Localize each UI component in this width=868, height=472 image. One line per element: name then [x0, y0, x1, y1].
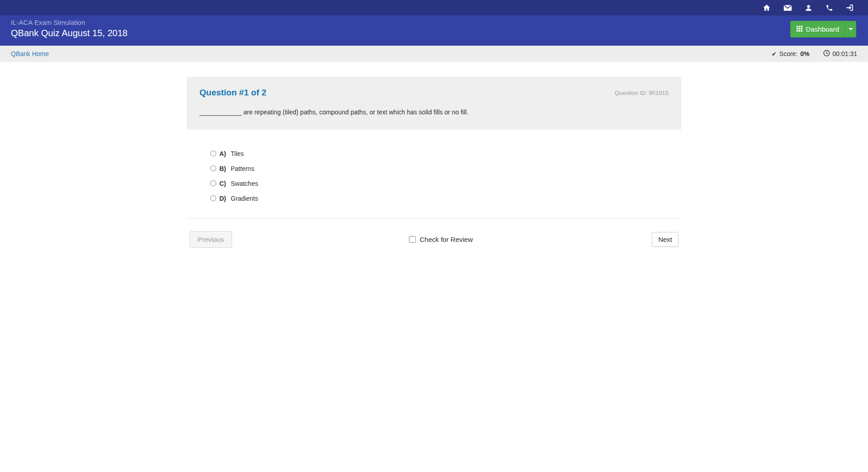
page-title: QBank Quiz August 15, 2018	[11, 27, 128, 39]
check-icon: ✔	[772, 51, 777, 57]
top-utility-bar	[0, 0, 868, 15]
dashboard-button-label: Dashboard	[806, 25, 839, 33]
option-b-label: Patterns	[231, 165, 254, 172]
timer-value: 00:01:31	[833, 50, 858, 57]
score-label: Score:	[779, 50, 797, 57]
navigation-footer: Previous Check for Review Next	[187, 231, 681, 248]
question-text: ____________ are repeating (tiled) paths…	[199, 108, 669, 116]
check-for-review[interactable]: Check for Review	[409, 236, 473, 243]
option-c-letter: C)	[219, 180, 228, 187]
next-button[interactable]: Next	[652, 232, 678, 247]
exam-subtitle: IL-ACA Exam Simulation	[11, 18, 128, 27]
phone-icon[interactable]	[822, 0, 836, 15]
option-a-letter: A)	[219, 150, 228, 157]
option-c-label: Swatches	[231, 180, 258, 187]
option-d-letter: D)	[219, 195, 228, 202]
logout-icon[interactable]	[843, 0, 857, 15]
option-a-label: Tiles	[231, 150, 244, 157]
question-heading: Question #1 of 2	[199, 88, 266, 98]
option-row-c: C) Swatches	[210, 176, 681, 191]
option-b-radio[interactable]	[210, 165, 216, 171]
grid-icon	[797, 25, 802, 33]
home-icon[interactable]	[759, 0, 774, 15]
question-panel: Question #1 of 2 Question ID: 901915 ___…	[187, 77, 681, 130]
clock-icon	[823, 50, 830, 58]
option-d-label: Gradients	[231, 195, 258, 202]
answer-options: A) Tiles B) Patterns C) Swatches D) Grad…	[210, 146, 681, 206]
review-checkbox[interactable]	[409, 236, 416, 243]
dashboard-dropdown-toggle[interactable]	[845, 21, 856, 38]
user-icon[interactable]	[801, 0, 816, 15]
question-id: Question ID: 901915	[615, 90, 669, 96]
score-display: ✔ Score: 0%	[772, 50, 810, 57]
review-label: Check for Review	[420, 236, 473, 243]
dashboard-button[interactable]: Dashboard	[790, 21, 845, 38]
previous-button[interactable]: Previous	[190, 231, 232, 248]
quiz-container: Question #1 of 2 Question ID: 901915 ___…	[187, 77, 681, 248]
option-d-radio[interactable]	[210, 195, 216, 201]
footer-divider	[187, 218, 681, 219]
score-value: 0%	[800, 50, 809, 57]
option-row-b: B) Patterns	[210, 161, 681, 176]
dashboard-button-group: Dashboard	[790, 21, 856, 38]
mail-icon[interactable]	[780, 0, 795, 15]
option-a-radio[interactable]	[210, 151, 216, 156]
status-bar: QBank Home ✔ Score: 0% 00:01:31	[0, 46, 868, 62]
timer-display: 00:01:31	[823, 50, 858, 58]
chevron-down-icon	[849, 28, 853, 30]
option-c-radio[interactable]	[210, 180, 216, 186]
option-b-letter: B)	[219, 165, 228, 172]
option-row-a: A) Tiles	[210, 146, 681, 161]
qbank-home-link[interactable]: QBank Home	[11, 50, 49, 57]
app-header: IL-ACA Exam Simulation QBank Quiz August…	[0, 15, 868, 46]
option-row-d: D) Gradients	[210, 191, 681, 206]
